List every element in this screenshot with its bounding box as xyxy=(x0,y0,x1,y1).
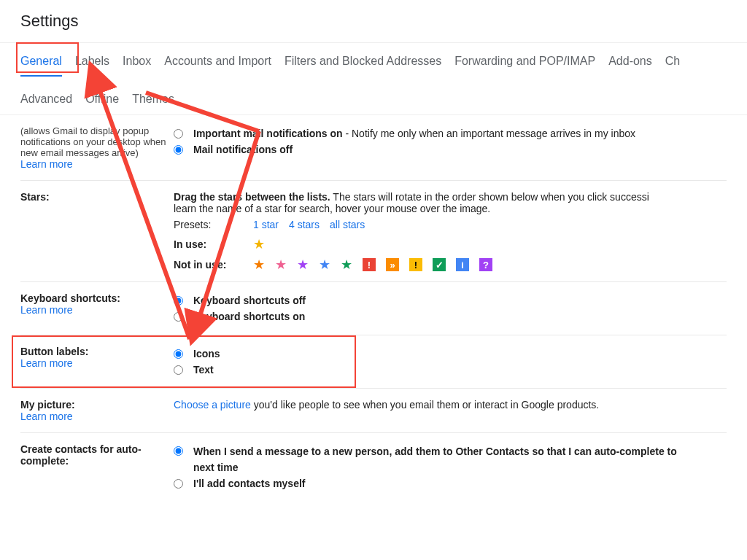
mark-red-excl-icon[interactable]: ! xyxy=(363,258,376,271)
contacts-manual-radio[interactable] xyxy=(174,479,183,489)
tab-addons[interactable]: Add-ons xyxy=(608,43,652,77)
tab-inbox[interactable]: Inbox xyxy=(123,43,151,77)
keyboard-off-radio[interactable] xyxy=(174,296,183,306)
notif-off-radio[interactable] xyxy=(174,145,183,155)
button-labels-text-label: Text xyxy=(193,362,214,378)
star-orange-icon[interactable]: ★ xyxy=(253,258,265,271)
button-labels-text-row[interactable]: Text xyxy=(174,362,727,378)
keyboard-on-radio[interactable] xyxy=(174,312,183,322)
preset-allstars-link[interactable]: all stars xyxy=(330,219,365,230)
section-stars: Stars: Drag the stars between the lists.… xyxy=(20,181,727,282)
tab-filters[interactable]: Filters and Blocked Addresses xyxy=(285,43,441,77)
not-in-use-label: Not in use: xyxy=(174,259,243,271)
notif-important-on-row[interactable]: Important mail notifications on - Notify… xyxy=(174,125,727,141)
tab-general[interactable]: General xyxy=(20,43,62,77)
contacts-manual-label: I'll add contacts myself xyxy=(193,475,306,491)
notif-important-on-desc: - Notify me only when an important messa… xyxy=(343,128,636,139)
stars-drag-label: Drag the stars between the lists. xyxy=(174,191,330,203)
notif-important-on-label: Important mail notifications on xyxy=(193,128,343,139)
choose-picture-link[interactable]: Choose a picture xyxy=(174,399,251,411)
button-labels-text-radio[interactable] xyxy=(174,365,183,375)
button-labels-icons-row[interactable]: Icons xyxy=(174,346,727,362)
section-my-picture: My picture: Learn more Choose a picture … xyxy=(20,389,727,433)
notifications-learn-more-link[interactable]: Learn more xyxy=(20,158,174,170)
keyboard-learn-more-link[interactable]: Learn more xyxy=(20,304,174,316)
tab-forwarding[interactable]: Forwarding and POP/IMAP xyxy=(454,43,595,77)
keyboard-on-label: Keyboard shortcuts on xyxy=(193,308,305,324)
preset-4stars-link[interactable]: 4 stars xyxy=(289,219,320,230)
content: (allows Gmail to display popup notificat… xyxy=(0,115,747,502)
star-yellow-icon[interactable]: ★ xyxy=(253,238,265,251)
keyboard-heading: Keyboard shortcuts: xyxy=(20,292,174,304)
mark-orange-raquo-icon[interactable]: » xyxy=(386,258,399,271)
contacts-auto-row[interactable]: When I send a message to a new person, a… xyxy=(174,443,727,475)
page-title: Settings xyxy=(0,0,747,38)
mark-purple-q-icon[interactable]: ? xyxy=(479,258,492,271)
tab-advanced[interactable]: Advanced xyxy=(20,81,72,114)
mark-yellow-excl-icon[interactable]: ! xyxy=(409,258,422,271)
button-labels-icons-radio[interactable] xyxy=(174,349,183,359)
tabs-row-2: Advanced Offline Themes xyxy=(0,81,747,115)
star-purple-icon[interactable]: ★ xyxy=(297,258,309,271)
picture-desc: you'd like people to see when you email … xyxy=(251,399,599,411)
keyboard-off-label: Keyboard shortcuts off xyxy=(193,292,306,308)
tab-accounts[interactable]: Accounts and Import xyxy=(164,43,271,77)
notif-off-label: Mail notifications off xyxy=(193,141,293,158)
keyboard-off-row[interactable]: Keyboard shortcuts off xyxy=(174,292,727,308)
preset-1star-link[interactable]: 1 star xyxy=(253,219,279,230)
tab-offline[interactable]: Offline xyxy=(85,81,119,114)
stars-heading: Stars: xyxy=(20,191,50,203)
contacts-auto-label2: next time xyxy=(193,462,238,473)
tab-themes[interactable]: Themes xyxy=(132,81,174,114)
button-labels-icons-label: Icons xyxy=(193,346,220,362)
tab-labels[interactable]: Labels xyxy=(75,43,109,77)
tab-chat[interactable]: Ch xyxy=(665,43,680,77)
star-blue-icon[interactable]: ★ xyxy=(319,258,330,271)
contacts-auto-label: When I send a message to a new person, a… xyxy=(193,446,677,457)
mark-green-check-icon[interactable]: ✓ xyxy=(433,258,446,271)
contacts-heading: Create contacts for auto-complete: xyxy=(20,443,174,467)
keyboard-on-row[interactable]: Keyboard shortcuts on xyxy=(174,308,727,324)
notif-off-row[interactable]: Mail notifications off xyxy=(174,141,727,158)
stars-drag-desc: The stars will rotate in the order shown… xyxy=(330,191,649,203)
picture-learn-more-link[interactable]: Learn more xyxy=(20,411,174,422)
section-create-contacts: Create contacts for auto-complete: When … xyxy=(20,433,727,502)
button-labels-learn-more-link[interactable]: Learn more xyxy=(20,357,174,369)
contacts-auto-radio[interactable] xyxy=(174,446,183,456)
notifications-desc: (allows Gmail to display popup notificat… xyxy=(20,125,174,158)
tabs-row-1: General Labels Inbox Accounts and Import… xyxy=(0,42,747,77)
in-use-label: In use: xyxy=(174,238,243,250)
section-keyboard-shortcuts: Keyboard shortcuts: Learn more Keyboard … xyxy=(20,282,727,335)
contacts-manual-row[interactable]: I'll add contacts myself xyxy=(174,475,727,491)
button-labels-heading: Button labels: xyxy=(20,346,174,357)
presets-label: Presets: xyxy=(174,219,243,230)
section-notifications: (allows Gmail to display popup notificat… xyxy=(20,115,727,181)
section-button-labels: Button labels: Learn more Icons Text xyxy=(20,335,727,389)
star-pink-icon[interactable]: ★ xyxy=(275,258,287,271)
notif-important-on-radio[interactable] xyxy=(174,129,183,139)
stars-drag-desc2: learn the name of a star for search, hov… xyxy=(174,203,727,214)
mark-blue-info-icon[interactable]: i xyxy=(456,258,469,271)
picture-heading: My picture: xyxy=(20,399,174,411)
star-green-icon[interactable]: ★ xyxy=(341,258,352,271)
